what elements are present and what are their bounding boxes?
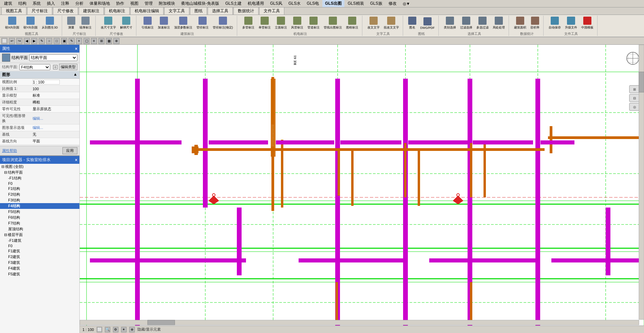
- btn-pipe-drawing[interactable]: 管线出图标注: [322, 16, 344, 31]
- btn-cn-template[interactable]: 中国模板: [580, 16, 595, 31]
- tab-view-tools[interactable]: 视图工具: [1, 7, 26, 15]
- btn-category-select[interactable]: 类别选择: [442, 16, 458, 31]
- status-btn-4[interactable]: ☀: [121, 327, 127, 332]
- tab-select[interactable]: 选择工具: [208, 7, 233, 15]
- qa-hash[interactable]: ▦: [106, 38, 112, 44]
- btn-topparam[interactable]: 顶层参数标注: [172, 16, 194, 31]
- menu-item-more[interactable]: ◎▼: [400, 1, 413, 7]
- menu-item-gls-civil[interactable]: GLS土建: [223, 0, 244, 7]
- btn-frame-ann[interactable]: 图框标注: [344, 16, 360, 31]
- btn-elev-ann[interactable]: 立面标注: [273, 16, 289, 31]
- tree-item-arch-f0[interactable]: F0: [0, 243, 79, 248]
- menu-item-mep[interactable]: 机电通用: [245, 0, 267, 7]
- tree-item-f3[interactable]: F3结构: [0, 197, 79, 203]
- menu-item-analyze[interactable]: 分析: [73, 0, 86, 7]
- menu-item-gls-air[interactable]: GLS风: [267, 0, 285, 7]
- tree-item-f4[interactable]: F4结构: [0, 203, 79, 209]
- btn-local-handle[interactable]: 局处处理: [491, 16, 507, 31]
- tree-root[interactable]: ⊟ 视图 (全部): [0, 164, 79, 170]
- btn-y-section[interactable]: 朝Y向剖面: [22, 16, 39, 31]
- tab-drawing[interactable]: 图纸: [190, 7, 207, 15]
- tree-item-f6[interactable]: F6结构: [0, 215, 79, 220]
- qa-rect[interactable]: □: [54, 38, 60, 44]
- qa-undo[interactable]: ↩: [9, 38, 15, 44]
- menu-item-annotate[interactable]: 注释: [58, 0, 72, 7]
- qa-target[interactable]: ⌖: [76, 38, 82, 44]
- tree-item-arch-f4[interactable]: F4建筑: [0, 266, 79, 271]
- view-type-select[interactable]: 结构平面: [29, 54, 77, 61]
- btn-air-ann[interactable]: 风管标注: [289, 16, 305, 31]
- tab-dim[interactable]: 尺寸标注: [27, 7, 52, 15]
- menu-item-gls-drawing[interactable]: GLS出图: [322, 0, 344, 7]
- qa-prev[interactable]: ◀: [24, 38, 30, 44]
- edit-type-icon[interactable]: [53, 65, 58, 70]
- qa-redo[interactable]: ↪: [16, 38, 22, 44]
- tree-item-arch-f3[interactable]: F3建筑: [0, 260, 79, 266]
- tab-mep-ann[interactable]: 机电标注: [105, 7, 130, 15]
- btn-thickness[interactable]: 墙厚标注: [78, 16, 93, 31]
- props-apply-btn[interactable]: 应用: [62, 147, 77, 154]
- btn-modify-text[interactable]: 改文文字: [366, 16, 381, 31]
- menu-item-gls-elec[interactable]: GLS电: [304, 0, 322, 7]
- tree-item-f7[interactable]: F7结构: [0, 220, 79, 226]
- view-name-select[interactable]: F4结构: [19, 64, 50, 70]
- menu-item-build[interactable]: 建筑: [1, 0, 15, 7]
- tab-file[interactable]: 文件工具: [259, 7, 284, 15]
- btn-leader[interactable]: 引线标注: [140, 16, 155, 31]
- menu-item-gls-water[interactable]: GLS水: [286, 0, 303, 7]
- tab-text[interactable]: 文字工具: [164, 7, 189, 15]
- btn-pipe-ann-fixed[interactable]: 管径标注(物定): [211, 16, 235, 31]
- tree-item-f1n[interactable]: -F1结构: [0, 175, 79, 181]
- tree-item-f1[interactable]: F1结构: [0, 186, 79, 192]
- tree-item-arch-f5[interactable]: F5建筑: [0, 271, 79, 277]
- tree-item-arch-f1[interactable]: F1建筑: [0, 248, 79, 254]
- qa-next[interactable]: ▶: [31, 38, 37, 44]
- menu-item-view[interactable]: 视图: [128, 0, 141, 7]
- btn-batch-text[interactable]: 批改文文字: [382, 16, 401, 31]
- menu-item-collaborate[interactable]: 协作: [113, 0, 127, 7]
- prop-section-graphic[interactable]: 图形 ▲: [0, 71, 79, 79]
- qa-box[interactable]: ▢: [83, 38, 90, 44]
- btn-3d[interactable]: 从剖图生3D: [40, 16, 60, 31]
- qa-new[interactable]: ⬜: [1, 38, 7, 44]
- menu-item-modify[interactable]: 修改: [386, 0, 399, 7]
- btn-pipe-tag[interactable]: 管道标注: [306, 16, 321, 31]
- status-btn-2[interactable]: 🔍: [105, 327, 110, 332]
- qa-cross[interactable]: ⊞: [98, 38, 105, 44]
- tree-item-arch-f1n[interactable]: -F1建筑: [0, 238, 79, 243]
- btn-autodim2[interactable]: 解绑尺寸: [118, 16, 134, 31]
- tree-item-arch-f2[interactable]: F2建筑: [0, 254, 79, 260]
- btn-drawing-name[interactable]: 图名: [406, 16, 418, 31]
- edit-type-btn[interactable]: 编辑类型: [59, 64, 77, 70]
- status-btn-1[interactable]: ⬜: [97, 327, 102, 332]
- tree-item-f2[interactable]: F2结构: [0, 192, 79, 197]
- menu-item-addins[interactable]: 附加模块: [156, 0, 178, 7]
- menu-item-struct[interactable]: 结构: [16, 0, 29, 7]
- menu-item-insert[interactable]: 插入: [44, 0, 58, 7]
- menu-item-gls-family[interactable]: GLS族: [367, 0, 385, 7]
- tree-struct-plan[interactable]: ⊟ 结构平面: [0, 170, 79, 175]
- menu-item-massing[interactable]: 体量和场地: [87, 0, 113, 7]
- qa-circle[interactable]: ○: [46, 38, 52, 44]
- btn-autosave[interactable]: 自动保存: [547, 16, 563, 31]
- btn-dwg-pdf[interactable]: DWG/PDF: [419, 16, 437, 31]
- status-btn-5[interactable]: ⊕: [129, 327, 135, 332]
- btn-x-section[interactable]: 朝X向剖面: [3, 16, 21, 31]
- tree-item-f5[interactable]: F5结构: [0, 209, 79, 215]
- qa-edit[interactable]: ✎: [69, 38, 75, 44]
- menu-item-gls-finish[interactable]: GLS精装: [345, 0, 367, 7]
- btn-measure[interactable]: 测量: [65, 16, 77, 31]
- btn-autodim1[interactable]: 改尺寸文字: [99, 16, 118, 31]
- menu-item-qd[interactable]: 衢地山城模块-免表版: [178, 0, 222, 7]
- btn-pipe-ann[interactable]: 管径标注: [195, 16, 210, 31]
- tab-data[interactable]: 数据统计: [233, 7, 259, 15]
- btn-multi-filter[interactable]: 多选过滤: [475, 16, 490, 31]
- tree-item-roof[interactable]: 屋顶结构: [0, 226, 79, 232]
- btn-fast[interactable]: 加速标注: [156, 16, 172, 31]
- tree-floor-plan[interactable]: ⊟ 楼层平面: [0, 232, 79, 238]
- canvas-area[interactable]: RE 61 1 : 100 ⊞ ⊟ ◎: [80, 45, 644, 333]
- btn-filter-select[interactable]: 过滤选择: [458, 16, 474, 31]
- btn-floor-area[interactable]: 建筑面积: [512, 16, 528, 31]
- tab-dim-mod[interactable]: 尺寸修改: [53, 7, 78, 15]
- tree-item-f0[interactable]: F0: [0, 181, 79, 186]
